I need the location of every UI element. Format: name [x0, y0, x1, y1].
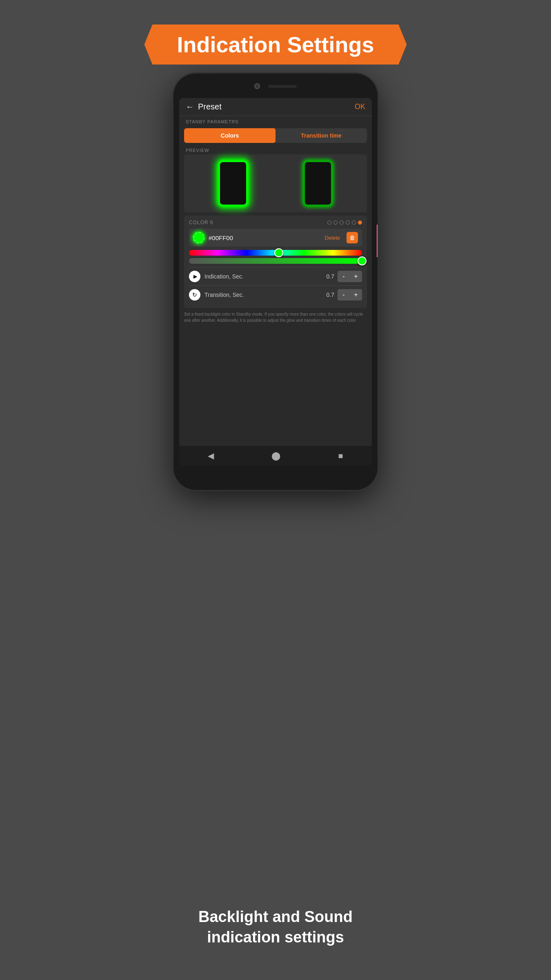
header-left: ← Preset: [186, 102, 222, 111]
brightness-slider-row[interactable]: [189, 258, 362, 264]
indication-control-row: ▶ Indication, Sec. 0.7 - +: [189, 267, 362, 285]
phone-screen: ← Preset OK STANBY PARAMETRS Colors Tran…: [179, 98, 372, 466]
color-dot-6[interactable]: [358, 220, 362, 225]
play-icon: ▶: [189, 271, 200, 282]
phone-mockup: ← Preset OK STANBY PARAMETRS Colors Tran…: [173, 74, 378, 490]
footer-text: Backlight and Sound indication settings: [198, 907, 353, 947]
color-dot-2[interactable]: [333, 220, 338, 225]
color-dot-3[interactable]: [340, 220, 344, 225]
nav-recents-icon[interactable]: ■: [338, 451, 343, 461]
ok-button[interactable]: OK: [355, 102, 365, 111]
nav-home-icon[interactable]: ⬤: [271, 451, 280, 461]
tab-transition-time[interactable]: Transition time: [276, 128, 367, 143]
device-preview-1: [219, 161, 247, 206]
indication-value: 0.7: [327, 273, 334, 280]
transition-minus-btn[interactable]: -: [338, 289, 350, 301]
play-triangle: ▶: [193, 274, 197, 279]
screen-header: ← Preset OK: [179, 98, 372, 116]
side-button: [377, 225, 378, 257]
transition-value: 0.7: [327, 292, 334, 298]
brightness-slider-thumb[interactable]: [358, 256, 367, 265]
bottom-nav: ◀ ⬤ ■: [179, 446, 372, 466]
device-icon-glow: [219, 161, 247, 206]
preview-label: PREVIEW: [179, 145, 372, 154]
color-picker-row: #00FF00 Delete 🗑: [189, 229, 362, 247]
color-dot-4[interactable]: [346, 220, 350, 225]
info-text: Set a fixed backlight color in Standby m…: [184, 311, 367, 323]
title-banner: Indication Settings: [144, 24, 407, 65]
rainbow-slider-thumb[interactable]: [274, 248, 283, 257]
tab-bar: Colors Transition time: [184, 128, 367, 143]
nav-back-icon[interactable]: ◀: [208, 451, 214, 461]
brightness-slider[interactable]: [189, 258, 362, 264]
trash-icon[interactable]: 🗑: [347, 232, 358, 243]
delete-label[interactable]: Delete: [324, 235, 340, 241]
rainbow-slider-row[interactable]: [189, 250, 362, 256]
back-arrow-icon[interactable]: ←: [186, 102, 194, 111]
page-title: Indication Settings: [177, 32, 374, 57]
device-preview-2: [304, 161, 332, 206]
preview-area: [184, 154, 367, 212]
phone-outer: ← Preset OK STANBY PARAMETRS Colors Tran…: [173, 74, 378, 490]
color-dot-5[interactable]: [352, 220, 356, 225]
screen-title: Preset: [198, 102, 222, 111]
color-hex-value: #00FF00: [209, 234, 320, 241]
indication-label: Indication, Sec.: [204, 273, 327, 280]
indication-minus-btn[interactable]: -: [338, 271, 350, 282]
transition-control-row: ↻ Transition, Sec. 0.7 - +: [189, 285, 362, 304]
tab-colors[interactable]: Colors: [184, 128, 276, 143]
stanby-label: STANBY PARAMETRS: [179, 116, 372, 126]
device-icon-no-glow: [304, 161, 332, 206]
indication-stepper[interactable]: - +: [338, 271, 362, 282]
color-label: COLOR 6: [189, 220, 213, 225]
rainbow-slider[interactable]: [189, 250, 362, 256]
color-dot-1[interactable]: [327, 220, 331, 225]
color-section: COLOR 6 #00FF00 Delete 🗑: [184, 216, 367, 308]
color-header: COLOR 6: [189, 220, 362, 225]
speaker-bar: [268, 85, 297, 88]
footer-line2: indication settings: [198, 927, 353, 947]
footer-line1: Backlight and Sound: [198, 907, 353, 927]
camera-dot: [254, 83, 260, 89]
camera-area: [254, 83, 297, 89]
color-swatch[interactable]: [193, 232, 204, 243]
transition-stepper[interactable]: - +: [338, 289, 362, 301]
refresh-icon: ↻: [189, 289, 200, 301]
transition-plus-btn[interactable]: +: [350, 289, 362, 301]
transition-label: Transition, Sec.: [204, 292, 327, 298]
color-dots: [327, 220, 362, 225]
indication-plus-btn[interactable]: +: [350, 271, 362, 282]
